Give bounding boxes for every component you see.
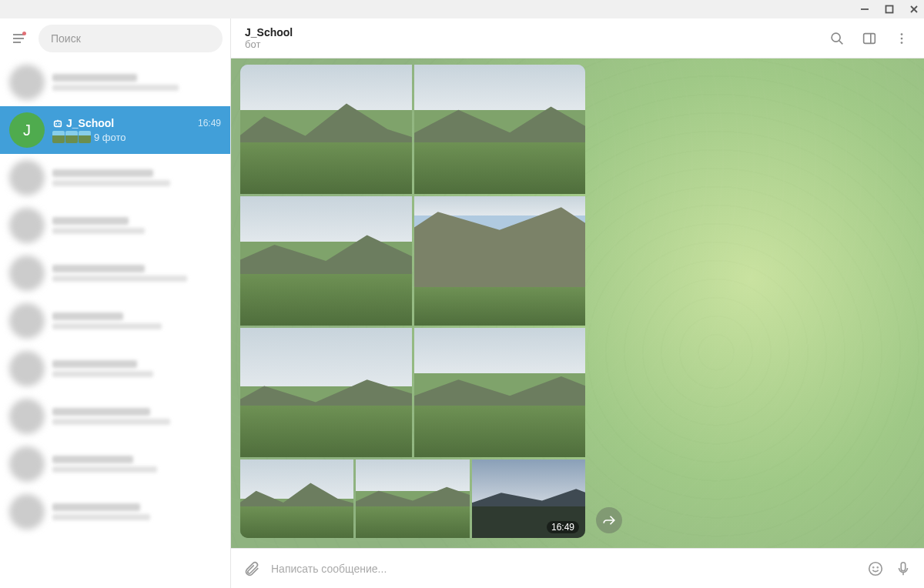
- album-photo[interactable]: [240, 328, 412, 457]
- svg-point-9: [59, 123, 60, 125]
- chat-panel: J_School бот: [231, 18, 924, 588]
- chat-avatar: [9, 208, 45, 243]
- chat-item[interactable]: [0, 249, 230, 297]
- forward-button[interactable]: [596, 507, 622, 533]
- chat-avatar: J: [9, 112, 45, 148]
- chat-header-info[interactable]: J_School бот: [245, 26, 829, 50]
- search-input[interactable]: [51, 32, 210, 45]
- microphone-icon: [895, 560, 912, 577]
- chat-avatar: [9, 351, 45, 386]
- album-photo[interactable]: [414, 196, 586, 326]
- chat-header-subtitle: бот: [245, 38, 829, 50]
- more-vertical-icon: [893, 30, 910, 47]
- photo-album-message: 16:49: [240, 65, 585, 538]
- album-photo[interactable]: [240, 196, 412, 326]
- preview-thumbnails: [52, 131, 91, 143]
- album-photo[interactable]: [414, 65, 586, 194]
- chat-avatar: [9, 160, 45, 195]
- chat-item[interactable]: [0, 154, 230, 202]
- voice-button[interactable]: [895, 560, 912, 577]
- chat-item[interactable]: [0, 345, 230, 393]
- chat-item[interactable]: [0, 202, 230, 249]
- messages-container: 16:49: [231, 58, 924, 544]
- album-photo[interactable]: [240, 459, 353, 538]
- svg-point-20: [877, 566, 878, 567]
- chat-name-text: J_School: [66, 117, 114, 129]
- chat-avatar: [9, 399, 45, 434]
- search-container[interactable]: [38, 25, 223, 52]
- smile-icon: [867, 560, 884, 577]
- chat-header: J_School бот: [231, 18, 924, 58]
- search-icon: [829, 30, 845, 47]
- svg-line-12: [839, 40, 843, 44]
- window-titlebar: [0, 0, 924, 18]
- svg-point-15: [901, 33, 903, 35]
- chat-item[interactable]: [0, 440, 230, 488]
- emoji-button[interactable]: [867, 560, 884, 577]
- album-photo[interactable]: 16:49: [472, 459, 585, 538]
- svg-point-8: [55, 123, 57, 125]
- svg-point-11: [832, 33, 840, 42]
- svg-rect-13: [864, 33, 875, 43]
- album-photo[interactable]: [414, 328, 586, 457]
- chat-time: 16:49: [198, 118, 221, 129]
- message-timestamp: 16:49: [547, 521, 579, 533]
- svg-point-17: [901, 42, 903, 44]
- window-close-button[interactable]: [909, 4, 919, 15]
- sidepanel-button[interactable]: [861, 30, 878, 47]
- chat-avatar: [9, 446, 45, 482]
- chat-preview-text: 9 фото: [94, 132, 126, 143]
- chat-item-active[interactable]: J J_School 16:49 9 фото: [0, 106, 230, 154]
- message-composer: [231, 548, 924, 588]
- chat-list[interactable]: J J_School 16:49 9 фото: [0, 58, 230, 588]
- chat-avatar: [9, 256, 45, 291]
- svg-point-16: [901, 37, 903, 39]
- sidebar: J J_School 16:49 9 фото: [0, 18, 231, 588]
- chat-name: J_School: [52, 117, 114, 129]
- bot-icon: [52, 118, 63, 129]
- sidebar-header: [0, 18, 230, 58]
- chat-avatar: [9, 65, 45, 100]
- chat-body[interactable]: 16:49: [231, 58, 924, 548]
- window-maximize-button[interactable]: [884, 4, 895, 15]
- menu-button[interactable]: [8, 28, 29, 49]
- svg-rect-21: [901, 562, 906, 570]
- message-input[interactable]: [271, 563, 856, 575]
- search-in-chat-button[interactable]: [829, 30, 845, 47]
- forward-icon: [602, 513, 616, 527]
- window-minimize-button[interactable]: [859, 4, 870, 15]
- chat-avatar: [9, 494, 45, 530]
- chat-header-title: J_School: [245, 26, 829, 38]
- attach-button[interactable]: [243, 560, 260, 577]
- svg-point-19: [873, 566, 874, 567]
- chat-preview: 9 фото: [52, 131, 221, 143]
- album-photo[interactable]: [240, 65, 412, 194]
- album-photo[interactable]: [356, 459, 469, 538]
- chat-avatar: [9, 303, 45, 339]
- svg-rect-7: [55, 121, 62, 126]
- panel-icon: [861, 30, 878, 47]
- more-menu-button[interactable]: [893, 30, 910, 47]
- chat-item[interactable]: [0, 488, 230, 536]
- chat-item[interactable]: [0, 58, 230, 106]
- paperclip-icon: [243, 560, 260, 577]
- svg-rect-1: [886, 6, 893, 13]
- chat-item[interactable]: [0, 393, 230, 440]
- chat-item[interactable]: [0, 297, 230, 345]
- svg-point-18: [869, 562, 882, 575]
